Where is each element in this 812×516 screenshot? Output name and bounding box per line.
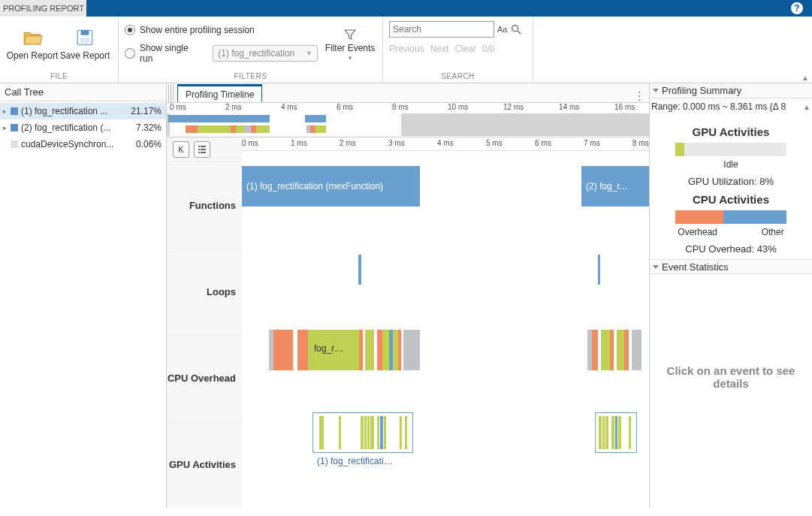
timeline-menu-button[interactable]: ⋯ [632,90,647,101]
radio-entire-label: Show entire profiling session [140,25,255,35]
track-cpu: fog_r… [242,330,649,375]
cpu-block-label: fog_r… [314,343,343,354]
title-bar: PROFILING REPORT ? [0,0,812,17]
radio-selected-icon [125,25,135,35]
drag-handle-icon[interactable] [168,84,174,102]
toggle-list-button[interactable] [194,141,210,158]
call-tree: ▸(1) fog_rectification ...21.17%▸(2) fog… [0,101,166,154]
gpu-activity-block[interactable] [595,412,637,453]
gpu-utilization-bar [675,143,786,156]
search-input[interactable] [389,21,494,38]
range-row: Range: 0.000 ms ~ 8.361 ms (Δ 8 ▲ [650,98,812,115]
color-chip-icon [11,107,18,115]
cpu-activities-title: CPU Activities [656,193,806,206]
range-expand-icon[interactable]: ▲ [803,103,810,111]
cpu-overhead-block[interactable]: fog_r… [269,330,420,370]
gpu-active-segment [675,143,684,156]
tree-row-name: cudaDeviceSynchron... [21,139,125,149]
color-chip-icon [11,124,18,131]
call-tree-row[interactable]: ▸(2) fog_rectification (...7.32% [0,119,166,136]
open-report-button[interactable]: Open Report [6,28,59,61]
floppy-icon [74,28,95,47]
toggle-k-button[interactable]: K [173,141,189,158]
filter-events-button[interactable]: Filter Events ▼ [324,28,376,62]
run-selector-combo[interactable]: (1) fog_rectification ▼ [213,45,318,62]
gpu-activity-block[interactable] [312,412,413,453]
expand-icon[interactable]: ▸ [3,124,11,131]
ruler-tick: 14 ms [559,103,579,111]
cpu-other-label: Other [762,227,784,237]
cpu-overhead-segment [675,210,723,224]
call-tree-title: Call Tree [0,83,166,101]
tree-row-name: (1) fog_rectification ... [21,106,125,116]
track-gpu: (1) fog_rectificati… [242,412,649,472]
gpu-idle-label: Idle [723,159,738,170]
timeline-overview[interactable]: 0 ms2 ms4 ms6 ms8 ms10 ms12 ms14 ms16 ms [167,103,649,137]
radio-single-label: Show single run [140,43,204,64]
tree-row-percent: 0.06% [125,139,166,149]
svg-rect-6 [201,146,206,147]
summary-pane: Profiling Summary Range: 0.000 ms ~ 8.36… [650,83,812,508]
profiling-summary-title: Profiling Summary [662,85,741,96]
timeline-controls: K [167,137,242,161]
detail-ruler: 0 ms1 ms2 ms3 ms4 ms5 ms6 ms7 ms8 ms [242,137,649,151]
loop-event[interactable] [358,255,361,285]
match-case-toggle[interactable]: Aa [497,25,507,34]
function-block[interactable]: (2) fog_r... [581,166,649,207]
ruler-tick: 1 ms [291,139,307,147]
ribbon-group-filters: Show entire profiling session Show singl… [119,17,383,83]
call-tree-row[interactable]: ▸(1) fog_rectification ...21.17% [0,103,166,119]
cpu-overhead-label: Overhead [678,227,717,237]
expand-icon[interactable]: ▸ [3,107,11,115]
main-layout: Call Tree ▸(1) fog_rectification ...21.1… [0,83,812,508]
track-functions: (1) fog_rectification (mexFunction) (2) … [242,166,649,211]
call-tree-pane: Call Tree ▸(1) fog_rectification ...21.1… [0,83,167,508]
radio-entire-session[interactable]: Show entire profiling session [125,25,318,35]
search-icon[interactable] [510,23,522,35]
timeline-detail: K Functions Loops CPU Overhead GPU Activ… [167,137,649,508]
help-button[interactable]: ? [786,0,807,17]
ribbon-collapse-button[interactable]: ▲ [801,74,809,82]
timeline-body[interactable]: 0 ms1 ms2 ms3 ms4 ms5 ms6 ms7 ms8 ms (1)… [242,137,649,508]
ruler-tick: 10 ms [448,103,468,111]
ruler-tick: 6 ms [337,103,353,111]
call-tree-row[interactable]: cudaDeviceSynchron...0.06% [0,136,166,152]
profiling-summary-header[interactable]: Profiling Summary [650,83,812,98]
filter-events-label: Filter Events [325,43,376,53]
ruler-tick: 6 ms [535,139,551,147]
overview-ruler: 0 ms2 ms4 ms6 ms8 ms10 ms12 ms14 ms16 ms [167,103,649,113]
loop-event[interactable] [598,255,600,285]
chevron-down-icon: ▼ [306,50,312,57]
svg-rect-8 [201,149,206,150]
range-text: Range: 0.000 ms ~ 8.361 ms (Δ 8 [651,101,786,112]
ruler-tick: 0 ms [170,103,186,111]
tab-profiling-timeline[interactable]: Profiling Timeline [177,84,262,102]
folder-open-icon [22,28,43,47]
search-next-button[interactable]: Next [430,44,449,54]
event-statistics-header[interactable]: Event Statistics [650,259,812,274]
svg-line-4 [518,31,521,34]
ribbon-toolbar: Open Report Save Report FILE Show entire… [0,17,812,83]
ruler-tick: 7 ms [584,139,600,147]
caret-down-icon [653,89,659,92]
cpu-overhead-block[interactable] [587,330,641,370]
function-block[interactable]: (1) fog_rectification (mexFunction) [242,166,420,207]
save-report-button[interactable]: Save Report [59,28,111,61]
search-count: 0/0 [482,44,495,54]
search-clear-button[interactable]: Clear [454,44,476,54]
ruler-tick: 3 ms [388,139,405,147]
search-previous-button[interactable]: Previous [389,44,424,54]
ruler-tick: 8 ms [632,139,649,147]
tree-row-percent: 21.17% [125,106,166,116]
tree-row-name: (2) fog_rectification (... [21,122,125,133]
title-text: PROFILING REPORT [0,4,84,13]
tree-row-percent: 7.32% [125,122,166,133]
radio-single-run[interactable]: Show single run (1) fog_rectification ▼ [125,43,318,64]
track-header-functions: Functions [167,161,242,248]
ruler-tick: 4 ms [437,139,454,147]
list-icon [198,145,207,154]
svg-rect-10 [201,152,206,153]
summary-body: GPU Activities Idle GPU Utilization: 8% … [650,115,812,259]
ruler-tick: 16 ms [614,103,635,111]
svg-rect-9 [198,152,200,153]
